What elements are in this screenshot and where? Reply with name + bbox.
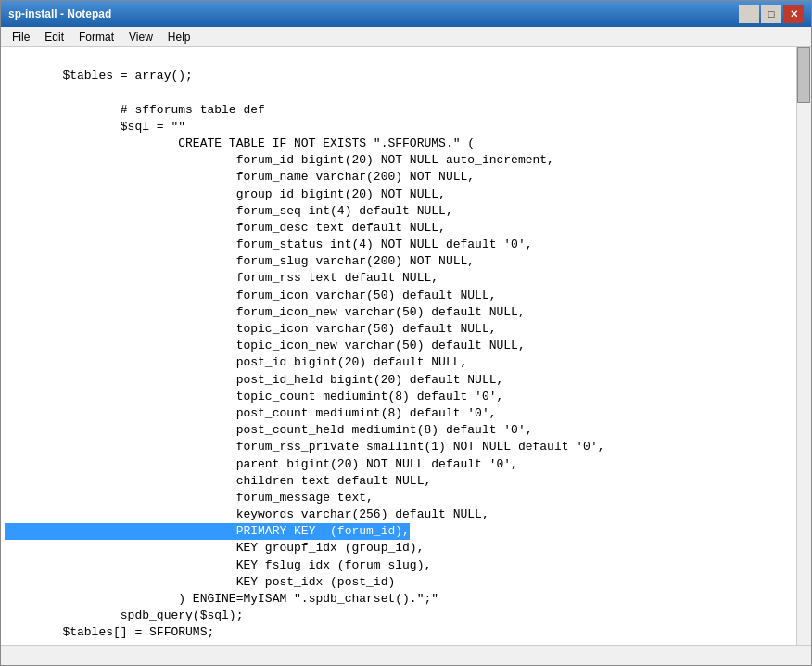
scrollbar-thumb[interactable] <box>797 47 810 103</box>
scrollbar-track[interactable] <box>796 47 811 645</box>
window-title: sp-install - Notepad <box>8 7 111 20</box>
editor-container: $tables = array(); # sfforums table def … <box>1 47 811 645</box>
menu-help[interactable]: Help <box>160 29 198 45</box>
main-window: sp-install - Notepad _ □ ✕ File Edit For… <box>0 0 812 666</box>
menu-file[interactable]: File <box>5 29 37 45</box>
menu-view[interactable]: View <box>121 29 160 45</box>
title-bar: sp-install - Notepad _ □ ✕ <box>1 1 811 27</box>
menu-bar: File Edit Format View Help <box>1 27 811 47</box>
editor-content[interactable]: $tables = array(); # sfforums table def … <box>1 47 796 645</box>
status-bar <box>1 645 811 665</box>
close-button[interactable]: ✕ <box>783 5 804 23</box>
highlighted-line: PRIMARY KEY (forum_id), <box>5 523 410 540</box>
maximize-button[interactable]: □ <box>761 5 781 23</box>
window-controls: _ □ ✕ <box>739 5 804 23</box>
code-content: $tables = array(); # sfforums table def … <box>1 51 796 645</box>
minimize-button[interactable]: _ <box>739 5 759 23</box>
menu-format[interactable]: Format <box>71 29 121 45</box>
menu-edit[interactable]: Edit <box>37 29 71 45</box>
